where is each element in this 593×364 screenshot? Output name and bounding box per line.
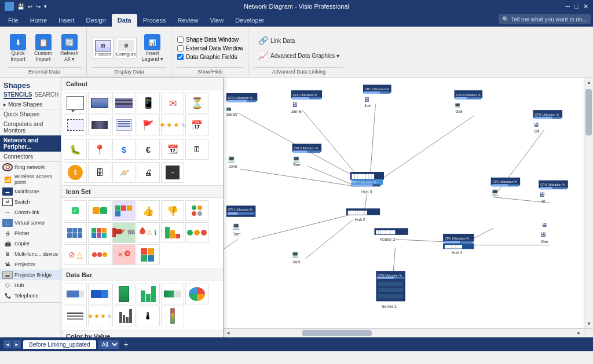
advanced-data-graphics-button[interactable]: 📈 Advanced Data Graphics ▾ — [254, 49, 343, 62]
data-bar-4[interactable] — [137, 284, 160, 304]
vertical-scrollbar[interactable]: ▲ ▼ — [584, 78, 593, 328]
icon-set-11[interactable] — [161, 222, 184, 243]
shapes-section-quick[interactable]: Quick Shapes — [0, 109, 61, 119]
node-gail[interactable]: CPU Utilization % 💻 Gail — [454, 90, 482, 113]
add-page-button[interactable]: + — [122, 340, 131, 349]
node-tom[interactable]: 💻 Tom — [232, 222, 241, 236]
callout-shape-11[interactable]: ★ ★ ★ ★ — [161, 115, 184, 135]
data-bar-9[interactable] — [112, 306, 136, 326]
callout-shape-7[interactable] — [64, 115, 87, 135]
callout-shape-8[interactable] — [88, 115, 111, 135]
link-data-button[interactable]: 🔗 Link Data — [254, 34, 343, 47]
node-jamie[interactable]: CPU Utilization % 🖥 Jamie — [291, 90, 322, 113]
icon-set-13[interactable]: ⊘ △ — [64, 244, 87, 265]
shapes-item-comm-link[interactable]: ↔ Comm-link — [0, 207, 61, 218]
scroll-down-arrow[interactable]: ▼ — [584, 319, 593, 328]
icon-set-3[interactable] — [112, 200, 136, 221]
callout-shape-3[interactable] — [112, 93, 136, 113]
data-bar-10[interactable]: 🌡 — [137, 306, 160, 326]
position-button[interactable]: ⊞ Position — [93, 38, 114, 58]
shapes-section-connectors[interactable]: Connectors — [0, 152, 61, 161]
scroll-thumb-horizontal[interactable] — [302, 330, 372, 336]
node-joe[interactable]: CPU Utilization % 🖥 Joe — [363, 84, 391, 108]
callout-r3-4[interactable]: € — [137, 139, 160, 160]
shapes-item-telephone[interactable]: 📞 Telephone — [0, 291, 61, 301]
tab-design[interactable]: Design — [80, 14, 112, 27]
icon-set-14[interactable] — [88, 244, 111, 265]
shapes-item-switch[interactable]: ⇄ Switch — [0, 197, 61, 207]
node-al[interactable]: CPU Utilization % 🖥 Al — [539, 181, 568, 203]
node-hub3[interactable]: ████████ CPU Utilization % Hub 3 — [350, 172, 384, 194]
node-bill[interactable]: CPU Utilization % 🖥 Bill — [533, 110, 563, 133]
icon-set-4[interactable]: 👍 — [137, 200, 160, 221]
canvas-area[interactable]: CPU Utilization % 📺 Sarah CPU Utilizatio… — [224, 78, 593, 337]
horizontal-scrollbar[interactable]: ◄ ► — [224, 328, 584, 337]
data-bar-7[interactable] — [64, 306, 87, 326]
callout-r4-5[interactable]: ⌁ — [161, 162, 184, 183]
node-john[interactable]: 💻 John — [228, 155, 237, 169]
page-tab-active[interactable]: Before Linking_updated — [23, 340, 96, 349]
icon-set-5[interactable]: 👎 — [161, 200, 184, 221]
tab-search[interactable]: SEARCH — [34, 91, 58, 99]
page-nav-right[interactable]: ► — [13, 340, 21, 348]
data-bar-3[interactable] — [112, 284, 136, 304]
callout-r4-4[interactable]: 🖨 — [137, 162, 160, 183]
quick-import-button[interactable]: ⬇ QuickImport — [7, 32, 29, 64]
quick-access-redo[interactable]: ↪ — [36, 3, 41, 10]
more-shapes-button[interactable]: ▸ More Shapes — [0, 100, 61, 109]
shapes-item-virtual-server[interactable]: □ Virtual server — [0, 218, 61, 228]
scroll-up-arrow[interactable]: ▲ — [584, 78, 593, 87]
node-router2[interactable]: ████████ Router 2 — [374, 228, 408, 241]
shape-data-window-checkbox[interactable]: Shape Data Window — [177, 36, 243, 43]
quick-access-undo[interactable]: ↩ — [28, 3, 32, 10]
tab-home[interactable]: Home — [24, 14, 53, 27]
node-ben[interactable]: CPU Utilization % 💻 Ben — [292, 144, 322, 167]
icon-set-10[interactable]: ⚠ ℹ — [137, 222, 160, 243]
tab-stencils[interactable]: STENCILS — [3, 91, 32, 99]
tab-developer[interactable]: Developer — [229, 14, 270, 27]
shapes-item-mainframe[interactable]: ▬ Mainframe — [0, 186, 61, 197]
tab-insert[interactable]: Insert — [53, 14, 80, 27]
shapes-item-projector[interactable]: 📽 Projector — [0, 259, 61, 270]
refresh-all-button[interactable]: 🔄 RefreshAll ▾ — [57, 32, 82, 64]
icon-set-12[interactable] — [185, 222, 208, 243]
shapes-item-wireless[interactable]: 📶 Wireless access point — [0, 172, 61, 186]
page-nav-left[interactable]: ◄ — [3, 340, 12, 348]
icon-set-9-flags[interactable]: 🚩 🏁 — [112, 222, 136, 243]
callout-shape-4[interactable]: 📱 — [137, 93, 160, 113]
data-bar-6[interactable] — [185, 284, 208, 304]
callout-shape-1[interactable] — [64, 93, 87, 113]
callout-r3-1[interactable]: 🐛 — [64, 139, 87, 160]
quick-access-customize[interactable]: ▾ — [44, 3, 47, 9]
icon-set-16[interactable] — [137, 244, 160, 265]
data-graphic-fields-checkbox[interactable]: Data Graphic Fields — [177, 54, 243, 60]
tab-file[interactable]: File — [2, 14, 24, 27]
custom-import-button[interactable]: 📋 CustomImport — [31, 32, 55, 64]
node-dan[interactable]: 🖥 Dan — [540, 231, 548, 244]
node-hub4[interactable]: CPU Utilization % ████████ Hub 4 — [443, 234, 474, 255]
icon-set-1[interactable]: ✓ — [64, 200, 87, 221]
scroll-right-arrow[interactable]: ► — [574, 329, 584, 338]
data-bar-1[interactable] — [64, 284, 87, 304]
icon-set-8[interactable] — [88, 222, 111, 243]
window-maximize[interactable]: □ — [574, 3, 579, 10]
callout-shape-10[interactable]: 🚩 — [137, 115, 160, 135]
callout-r3-2[interactable]: 📍 — [88, 139, 111, 160]
data-bar-5[interactable] — [161, 284, 184, 304]
tab-process[interactable]: Process — [137, 14, 172, 27]
tab-data[interactable]: Data — [112, 14, 137, 27]
data-bar-11[interactable] — [161, 306, 184, 326]
icon-set-6[interactable] — [185, 200, 208, 221]
shapes-item-plotter[interactable]: 🖨 Plotter — [0, 228, 61, 238]
callout-r4-3[interactable]: 🪐 — [112, 162, 136, 183]
callout-r4-1[interactable]: $ — [64, 162, 87, 183]
callout-shape-9[interactable] — [112, 115, 136, 135]
scroll-left-arrow[interactable]: ◄ — [224, 329, 233, 338]
external-data-window-checkbox[interactable]: External Data Window — [177, 45, 243, 52]
tell-me-bar[interactable]: 🔍 Tell me what you want to do... — [499, 14, 591, 24]
insert-legend-button[interactable]: 📊 InsertLegend ▾ — [139, 32, 167, 64]
tab-review[interactable]: Review — [171, 14, 204, 27]
window-minimize[interactable]: ─ — [566, 3, 570, 10]
node-sarah[interactable]: CPU Utilization % 📺 Sarah — [226, 93, 257, 116]
shapes-item-hub[interactable]: ⬡ Hub — [0, 280, 61, 291]
